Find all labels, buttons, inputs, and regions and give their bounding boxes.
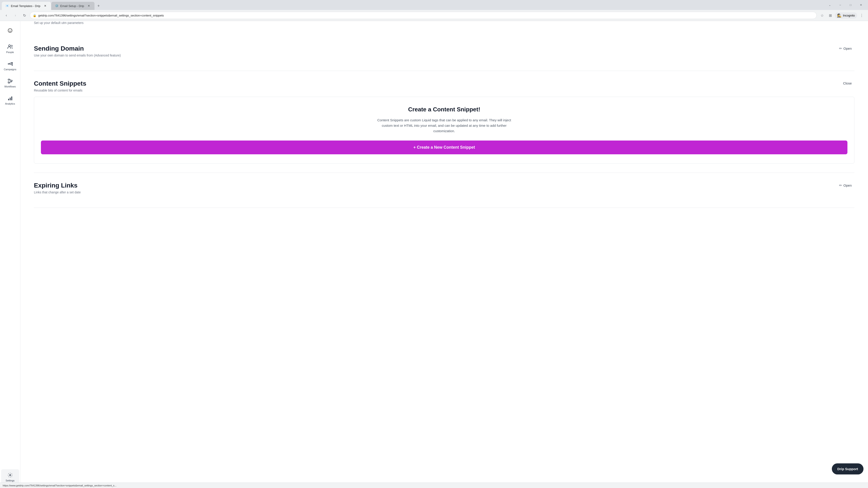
url-bar[interactable]: 🔒 getdrip.com/7641396/settings/email?sec… <box>30 12 817 19</box>
window-controls: ⌄ – □ ✕ <box>825 1 866 8</box>
browser-chrome: 📧 Email Templates - Drip ✕ ⚙️ Email Setu… <box>0 0 868 21</box>
analytics-label: Analytics <box>5 102 15 105</box>
sending-domain-action-label: Open <box>843 46 852 51</box>
incognito-button[interactable]: 🕵 Incognito <box>835 12 857 19</box>
create-snippet-button-label: + Create a New Content Snippet <box>413 145 475 150</box>
tab2-favicon: ⚙️ <box>55 4 59 8</box>
content-snippets-section: Content Snippets Reusable bits of conten… <box>34 71 855 173</box>
sending-domain-section: Sending Domain Use your own domain to se… <box>34 36 855 71</box>
settings-label: Settings <box>6 479 15 482</box>
content-snippets-header: Content Snippets Reusable bits of conten… <box>34 80 855 92</box>
more-button[interactable]: ⋮ <box>858 12 865 19</box>
utm-section: Set up your default utm parameters <box>34 21 855 29</box>
new-tab-button[interactable]: + <box>95 3 102 9</box>
tab1-favicon: 📧 <box>5 4 9 8</box>
incognito-label: Incognito <box>843 14 855 17</box>
maximize-button[interactable]: □ <box>845 1 856 8</box>
tab1-title: Email Templates - Drip <box>11 4 40 8</box>
expiring-links-info: Expiring Links Links that change after a… <box>34 182 81 194</box>
expiring-links-edit-icon: ✏ <box>839 183 842 188</box>
expiring-links-header: Expiring Links Links that change after a… <box>34 182 855 194</box>
svg-rect-2 <box>8 79 10 80</box>
analytics-icon <box>7 95 13 101</box>
tab-email-setup[interactable]: ⚙️ Email Setup - Drip ✕ <box>51 2 94 10</box>
drip-support-label: Drip Support <box>837 467 858 471</box>
content-snippets-action-label: Close <box>843 81 852 85</box>
back-button[interactable]: ‹ <box>3 12 10 19</box>
sidebar-item-campaigns[interactable]: Campaigns <box>1 58 19 73</box>
content-snippets-box: Create a Content Snippet! Content Snippe… <box>34 97 855 164</box>
workflows-icon <box>7 78 13 84</box>
refresh-button[interactable]: ↻ <box>21 12 28 19</box>
sidebar-item-workflows[interactable]: Workflows <box>1 75 19 91</box>
expiring-links-action-label: Open <box>843 184 852 187</box>
main-content: Set up your default utm parameters Sendi… <box>20 21 868 488</box>
svg-rect-7 <box>11 96 12 100</box>
campaigns-label: Campaigns <box>4 68 17 71</box>
address-bar: ‹ › ↻ 🔒 getdrip.com/7641396/settings/ema… <box>0 10 868 21</box>
expiring-links-open-button[interactable]: ✏ Open <box>836 182 855 189</box>
sidebar-item-analytics[interactable]: Analytics <box>1 92 19 108</box>
drip-logo-icon: ☺ <box>6 26 14 34</box>
sidebar-item-people[interactable]: People <box>1 41 19 56</box>
campaigns-icon <box>7 61 13 67</box>
tab2-title: Email Setup - Drip <box>60 4 84 8</box>
utm-text: Set up your default utm parameters <box>34 21 84 25</box>
tab2-close[interactable]: ✕ <box>87 4 91 8</box>
sending-domain-edit-icon: ✏ <box>839 46 842 51</box>
expiring-links-section: Expiring Links Links that change after a… <box>34 173 855 208</box>
tab-email-templates[interactable]: 📧 Email Templates - Drip ✕ <box>2 2 51 10</box>
extension-button[interactable]: ⊞ <box>827 12 834 19</box>
forward-button[interactable]: › <box>12 12 19 19</box>
svg-rect-5 <box>8 99 9 100</box>
minimize-button[interactable]: – <box>835 1 845 8</box>
sending-domain-desc: Use your own domain to send emails from … <box>34 54 121 57</box>
status-url: https://www.getdrip.com/7641396/settings… <box>3 484 116 487</box>
close-button[interactable]: ✕ <box>856 1 866 8</box>
tab1-close[interactable]: ✕ <box>43 4 47 8</box>
people-icon <box>7 43 13 50</box>
sidebar-item-settings[interactable]: Settings <box>1 469 19 485</box>
people-label: People <box>6 51 14 54</box>
url-text: getdrip.com/7641396/settings/email?secti… <box>38 14 164 17</box>
content-snippets-close-button[interactable]: Close <box>840 80 855 87</box>
sending-domain-open-button[interactable]: ✏ Open <box>836 45 855 52</box>
content-snippets-desc: Reusable bits of content for emails <box>34 89 86 92</box>
tab-list-button[interactable]: ⌄ <box>825 1 835 8</box>
svg-point-0 <box>8 45 10 46</box>
drip-support-button[interactable]: Drip Support <box>832 463 864 475</box>
content-snippets-title: Content Snippets <box>34 80 86 87</box>
sidebar: ☺ People Campaigns <box>0 21 20 488</box>
sending-domain-header: Sending Domain Use your own domain to se… <box>34 45 855 57</box>
app-layout: ☺ People Campaigns <box>0 21 868 488</box>
expiring-links-desc: Links that change after a set date <box>34 191 81 194</box>
snippet-box-title: Create a Content Snippet! <box>41 106 847 113</box>
drip-logo[interactable]: ☺ <box>5 25 16 35</box>
settings-icon <box>7 472 13 478</box>
bookmark-button[interactable]: ☆ <box>818 12 826 19</box>
svg-point-8 <box>9 475 11 476</box>
expiring-links-title: Expiring Links <box>34 182 81 189</box>
svg-point-1 <box>11 45 12 46</box>
status-bar: https://www.getdrip.com/7641396/settings… <box>0 483 868 488</box>
content-snippets-info: Content Snippets Reusable bits of conten… <box>34 80 86 92</box>
snippet-box-description: Content Snippets are custom Liquid tags … <box>376 118 512 134</box>
svg-rect-6 <box>10 98 11 100</box>
svg-rect-3 <box>11 80 12 81</box>
workflows-label: Workflows <box>4 85 16 88</box>
browser-actions: ☆ ⊞ 🕵 Incognito ⋮ <box>818 12 865 19</box>
sending-domain-title: Sending Domain <box>34 45 121 52</box>
sending-domain-info: Sending Domain Use your own domain to se… <box>34 45 121 57</box>
create-snippet-button[interactable]: + Create a New Content Snippet <box>41 140 847 154</box>
